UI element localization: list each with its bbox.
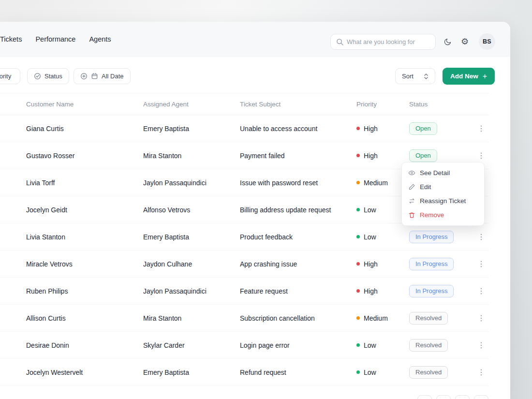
search-input[interactable] [347,38,432,45]
table-row: Desirae Donin Skylar Carder Login page e… [0,332,488,359]
cell-agent: Mira Stanton [143,152,240,160]
row-kebab-menu-icon[interactable]: ⋮ [477,232,486,241]
col-customer-name: Customer Name [26,101,143,108]
status-badge: Open [409,122,437,135]
status-badge: In Progress [409,231,454,243]
cell-subject: Billing address update request [240,206,356,214]
sort-chevrons-icon [424,73,429,80]
priority-dot-icon [356,316,360,320]
menu-item-remove[interactable]: Remove [402,208,484,222]
cell-agent: Skylar Carder [143,341,240,349]
priority-cell: High [356,152,409,160]
dark-mode-toggle[interactable] [441,35,454,48]
row-kebab-menu-icon[interactable]: ⋮ [477,124,486,133]
priority-dot-icon [356,370,360,374]
cell-subject: Subscription cancellation [240,314,356,322]
table-row: Ruben Philips Jaylon Passaquindici Featu… [0,278,488,305]
menu-item-edit[interactable]: Edit [402,180,484,194]
cell-agent: Mira Stanton [143,314,240,322]
table-body: Giana Curtis Emery Baptista Unable to ac… [0,115,488,386]
cell-subject: Login page error [240,341,356,349]
add-new-button[interactable]: Add New + [443,68,495,85]
status-cell: Resolved [409,312,477,325]
priority-cell: Medium [356,314,409,322]
cell-customer: Livia Torff [26,179,143,187]
status-cell: Open [409,122,477,135]
priority-dot-icon [356,154,360,157]
priority-cell: High [356,287,409,295]
priority-dot-icon [356,181,360,184]
nav-item-tickets[interactable]: Tickets [0,35,22,43]
priority-dot-icon [356,262,360,266]
row-kebab-menu-icon[interactable]: ⋮ [477,313,486,323]
moon-icon [443,38,452,46]
cell-agent: Jaylon Passaquindici [143,179,240,187]
status-cell: Open [409,149,477,162]
pencil-icon [408,183,415,191]
pagination-button-3[interactable] [455,395,470,399]
status-badge: Open [409,149,437,162]
status-cell: In Progress [409,231,477,243]
priority-dot-icon [356,289,360,293]
menu-item-label: Reassign Ticket [420,197,466,205]
pagination-button-4[interactable] [474,395,488,399]
cell-customer: Ruben Philips [26,287,143,295]
table-row: Livia Stanton Emery Baptista Product fee… [0,223,488,251]
filter-date[interactable]: All Date [74,68,131,84]
search-box [330,34,436,50]
settings-button[interactable]: ⚙ [458,35,472,48]
cell-subject: Unable to access account [240,125,356,133]
nav-item-agents[interactable]: Agents [89,35,111,43]
avatar[interactable]: BS [479,33,495,50]
menu-item-label: Edit [420,183,431,191]
row-kebab-menu-icon[interactable]: ⋮ [477,368,486,377]
status-badge: Resolved [409,366,448,379]
priority-label: Medium [364,314,388,322]
menu-item-see-detail[interactable]: See Detail [402,166,484,180]
filter-status[interactable]: Status [27,68,69,84]
row-context-menu: See Detail Edit Reassign Ticket Remove [401,162,485,226]
status-cell: Resolved [409,339,477,352]
filter-priority[interactable]: Priority [0,68,20,84]
calendar-icon [91,73,98,80]
gear-icon: ⚙ [461,37,469,46]
sort-label: Sort [402,73,414,80]
priority-label: Low [364,233,376,241]
menu-item-label: Remove [420,211,444,219]
nav-item-performance[interactable]: Performance [35,35,75,43]
menu-item-reassign-ticket[interactable]: Reassign Ticket [402,194,484,208]
status-cell: Resolved [409,366,477,379]
priority-cell: High [356,125,409,133]
cell-customer: Desirae Donin [26,341,143,349]
sort-button[interactable]: Sort [395,68,435,84]
pagination-button-1[interactable] [417,395,432,399]
cell-subject: Product feedback [240,233,356,241]
cell-agent: Jaydon Culhane [143,260,240,268]
cell-subject: Feature request [240,287,356,295]
add-new-label: Add New [450,73,478,80]
cell-agent: Jaylon Passaquindici [143,287,240,295]
status-cell: In Progress [409,258,477,270]
priority-cell: Low [356,341,409,349]
filter-date-label: All Date [102,73,124,80]
pagination-button-2[interactable] [436,395,451,399]
col-priority: Priority [356,101,409,108]
cell-customer: Giana Curtis [26,125,143,133]
row-kebab-menu-icon[interactable]: ⋮ [477,286,486,296]
cell-subject: Payment failed [240,152,356,160]
row-kebab-menu-icon[interactable]: ⋮ [477,259,486,268]
filter-priority-label: Priority [0,73,11,80]
status-badge: Resolved [409,312,448,325]
table-row: Jocelyn Westervelt Emery Baptista Refund… [0,359,488,386]
priority-label: Low [364,369,376,376]
cell-agent: Emery Baptista [143,369,240,376]
eye-icon [408,169,415,177]
cell-customer: Gustavo Rosser [26,152,143,160]
row-kebab-menu-icon[interactable]: ⋮ [477,151,486,160]
priority-dot-icon [356,343,360,347]
pagination-bar: Page 1 of 10 [0,386,488,399]
priority-dot-icon [356,208,360,211]
row-kebab-menu-icon[interactable]: ⋮ [477,340,486,350]
cell-customer: Livia Stanton [26,233,143,241]
table-row: Miracle Vetrovs Jaydon Culhane App crash… [0,251,488,278]
